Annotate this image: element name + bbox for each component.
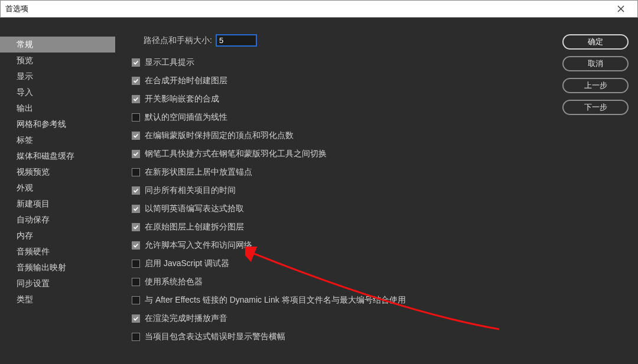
checkbox-label-9: 在原始图层上创建拆分图层 [145, 222, 244, 232]
checkbox-row-15: 当项目包含表达式错误时显示警告横幅 [132, 332, 627, 342]
main-panel: 路径点和手柄大小: 显示工具提示在合成开始时创建图层开关影响嵌套的合成默认的空间… [115, 18, 638, 364]
path-size-label: 路径点和手柄大小: [144, 35, 212, 46]
titlebar: 首选项 [0, 0, 638, 18]
sidebar-item-0[interactable]: 常规 [0, 37, 115, 53]
checkbox-0[interactable] [132, 58, 140, 67]
checkbox-label-2: 开关影响嵌套的合成 [145, 94, 219, 104]
checkbox-row-7: 同步所有相关项目的时间 [132, 185, 627, 196]
checkbox-row-14: 在渲染完成时播放声音 [132, 313, 627, 324]
path-size-input[interactable] [216, 34, 257, 47]
checkbox-label-0: 显示工具提示 [145, 57, 194, 68]
sidebar-item-1[interactable]: 预览 [0, 53, 115, 68]
ok-button[interactable]: 确定 [562, 34, 629, 50]
checkbox-row-2: 开关影响嵌套的合成 [132, 94, 627, 104]
cancel-button[interactable]: 取消 [562, 56, 629, 71]
check-icon [133, 151, 139, 157]
checkbox-label-7: 同步所有相关项目的时间 [145, 185, 236, 196]
checkbox-12[interactable] [132, 278, 140, 286]
checkbox-label-5: 钢笔工具快捷方式在钢笔和蒙版羽化工具之间切换 [145, 149, 327, 159]
checkbox-label-11: 启用 JavaScript 调试器 [145, 258, 229, 269]
check-icon [133, 242, 139, 248]
checkbox-label-1: 在合成开始时创建图层 [145, 76, 227, 86]
checkbox-label-3: 默认的空间插值为线性 [145, 112, 227, 123]
checkbox-label-12: 使用系统拾色器 [145, 277, 203, 287]
path-size-row: 路径点和手柄大小: [144, 34, 627, 47]
sidebar-item-3[interactable]: 导入 [0, 84, 115, 100]
checkbox-4[interactable] [132, 132, 140, 140]
checkbox-11[interactable] [132, 260, 140, 268]
checkbox-7[interactable] [132, 186, 140, 195]
next-button[interactable]: 下一步 [562, 100, 629, 115]
checkbox-row-11: 启用 JavaScript 调试器 [132, 258, 627, 269]
prev-button[interactable]: 上一步 [562, 78, 629, 93]
checkbox-label-4: 在编辑蒙版时保持固定的顶点和羽化点数 [145, 130, 294, 141]
checkbox-1[interactable] [132, 77, 140, 85]
checkbox-row-5: 钢笔工具快捷方式在钢笔和蒙版羽化工具之间切换 [132, 149, 627, 159]
checkbox-row-9: 在原始图层上创建拆分图层 [132, 222, 627, 232]
checkbox-3[interactable] [132, 113, 140, 122]
check-icon [133, 133, 139, 139]
checkbox-9[interactable] [132, 223, 140, 231]
sidebar-item-15[interactable]: 同步设置 [0, 276, 115, 291]
sidebar-item-6[interactable]: 标签 [0, 132, 115, 148]
checkbox-13[interactable] [132, 296, 140, 304]
check-icon [133, 224, 139, 230]
check-icon [133, 96, 139, 102]
checkbox-row-3: 默认的空间插值为线性 [132, 112, 627, 123]
checkbox-label-8: 以简明英语编写表达式拾取 [145, 204, 244, 214]
check-icon [133, 316, 139, 322]
sidebar: 常规预览显示导入输出网格和参考线标签媒体和磁盘缓存视频预览外观新建项目自动保存内… [0, 18, 115, 364]
checkbox-label-13: 与 After Effects 链接的 Dynamic Link 将项目文件名与… [145, 295, 406, 306]
checkbox-10[interactable] [132, 241, 140, 250]
checkbox-row-8: 以简明英语编写表达式拾取 [132, 204, 627, 214]
sidebar-item-14[interactable]: 音频输出映射 [0, 260, 115, 276]
check-icon [133, 60, 139, 65]
button-column: 确定 取消 上一步 下一步 [562, 34, 629, 115]
sidebar-item-7[interactable]: 媒体和磁盘缓存 [0, 148, 115, 164]
close-button[interactable] [609, 1, 633, 17]
checkbox-2[interactable] [132, 95, 140, 103]
sidebar-item-16[interactable]: 类型 [0, 291, 115, 307]
close-icon [617, 5, 624, 12]
checkbox-row-12: 使用系统拾色器 [132, 277, 627, 287]
dialog-body: 常规预览显示导入输出网格和参考线标签媒体和磁盘缓存视频预览外观新建项目自动保存内… [0, 18, 638, 364]
check-icon [133, 188, 139, 194]
sidebar-item-11[interactable]: 自动保存 [0, 212, 115, 228]
check-icon [133, 206, 139, 212]
checkbox-label-14: 在渲染完成时播放声音 [145, 313, 227, 324]
checkbox-row-13: 与 After Effects 链接的 Dynamic Link 将项目文件名与… [132, 295, 627, 306]
checkbox-row-0: 显示工具提示 [132, 57, 627, 68]
sidebar-item-12[interactable]: 内存 [0, 228, 115, 244]
sidebar-item-8[interactable]: 视频预览 [0, 164, 115, 180]
checkbox-row-1: 在合成开始时创建图层 [132, 76, 627, 86]
sidebar-item-10[interactable]: 新建项目 [0, 196, 115, 212]
checkbox-6[interactable] [132, 168, 140, 176]
sidebar-item-2[interactable]: 显示 [0, 68, 115, 84]
checkbox-5[interactable] [132, 150, 140, 158]
checkbox-row-6: 在新形状图层上居中放置锚点 [132, 167, 627, 178]
sidebar-item-5[interactable]: 网格和参考线 [0, 116, 115, 132]
checkbox-14[interactable] [132, 314, 140, 323]
checkbox-15[interactable] [132, 333, 140, 341]
checkbox-row-4: 在编辑蒙版时保持固定的顶点和羽化点数 [132, 130, 627, 141]
sidebar-item-9[interactable]: 外观 [0, 180, 115, 196]
checkbox-8[interactable] [132, 205, 140, 213]
check-icon [133, 78, 139, 84]
checkbox-label-10: 允许脚本写入文件和访问网络 [145, 240, 252, 251]
window-title: 首选项 [5, 4, 609, 14]
checkbox-label-15: 当项目包含表达式错误时显示警告横幅 [145, 332, 285, 342]
sidebar-item-4[interactable]: 输出 [0, 100, 115, 116]
sidebar-item-13[interactable]: 音频硬件 [0, 244, 115, 260]
checkbox-row-10: 允许脚本写入文件和访问网络 [132, 240, 627, 251]
checkbox-label-6: 在新形状图层上居中放置锚点 [145, 167, 252, 178]
